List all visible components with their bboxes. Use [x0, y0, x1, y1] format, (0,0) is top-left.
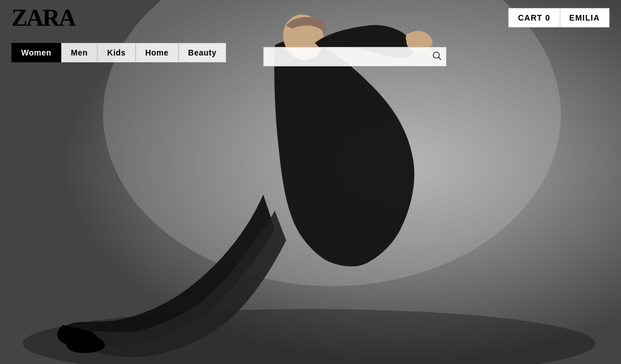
- header: ZARA CART 0 EMILIA: [0, 0, 621, 35]
- nav-item-men[interactable]: Men: [61, 43, 98, 62]
- svg-line-6: [438, 57, 441, 60]
- nav-item-women[interactable]: Women: [11, 43, 61, 62]
- cart-button[interactable]: CART 0: [508, 8, 560, 27]
- search-button[interactable]: [432, 50, 442, 63]
- user-account-button[interactable]: EMILIA: [560, 8, 610, 27]
- search-container: [263, 47, 446, 66]
- main-navigation: Women Men Kids Home Beauty: [11, 43, 226, 62]
- header-actions: CART 0 EMILIA: [508, 8, 610, 27]
- nav-item-home[interactable]: Home: [136, 43, 179, 62]
- search-input[interactable]: [263, 47, 446, 66]
- brand-logo[interactable]: ZARA: [11, 6, 75, 30]
- svg-point-5: [433, 52, 440, 58]
- search-icon: [432, 50, 442, 61]
- nav-item-beauty[interactable]: Beauty: [179, 43, 227, 62]
- nav-item-kids[interactable]: Kids: [97, 43, 135, 62]
